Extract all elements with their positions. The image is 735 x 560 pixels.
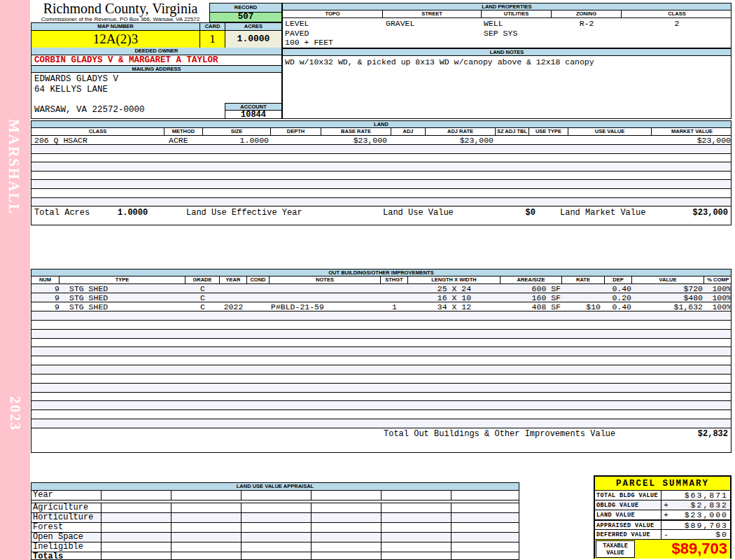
land-cell-adj xyxy=(391,136,426,144)
ob-empty-row xyxy=(31,365,731,374)
parcel-summary-row: TOTAL BLDG VALUE $63,871 xyxy=(595,491,730,500)
appraisal-cell xyxy=(382,533,451,542)
vendor-brand-vertical: MARSHALL xyxy=(5,119,22,215)
ob-empty-row xyxy=(31,330,731,339)
map-number-field: MAP NUMBER 12A(2)3 xyxy=(31,23,200,48)
ob-header-year: YEAR xyxy=(220,276,247,284)
land-properties-section: LAND PROPERTIES TOPO STREET UTILITIES ZO… xyxy=(282,3,732,48)
property-record-card: MARSHALL 2023 Richmond County, Virginia … xyxy=(0,0,735,560)
ps-op: - xyxy=(664,530,668,539)
ps-amount: $2,832 xyxy=(691,500,728,510)
appraisal-cell xyxy=(241,503,312,512)
appraisal-cell xyxy=(102,542,172,552)
acres-label: ACRES xyxy=(225,23,281,31)
appraisal-cell xyxy=(102,503,172,512)
out-building-row: 9 STG SHED C 25 X 24 600 SF 0.40 $720 10… xyxy=(31,284,731,293)
ob-cell-cond xyxy=(247,293,270,302)
appraisal-cell xyxy=(241,552,312,560)
land-header-method: METHOD xyxy=(164,128,203,135)
ob-cell-area: 408 SF xyxy=(500,302,562,311)
land-table-headers: CLASS METHOD SIZE DEPTH BASE RATE ADJ AD… xyxy=(31,128,731,136)
ob-cell-dep: 0.40 xyxy=(605,284,632,293)
appraisal-cell xyxy=(382,542,451,552)
land-cell-depth xyxy=(271,136,321,144)
street-value-1: GRAVEL xyxy=(383,19,482,29)
utilities-value-2: SEP SYS xyxy=(482,29,552,38)
ps-label-total-bldg: TOTAL BLDG VALUE xyxy=(595,491,662,500)
ob-cell-notes xyxy=(270,293,381,302)
ps-value-cell: + $2,832 xyxy=(662,500,730,510)
ob-cell-type: STG SHED xyxy=(59,284,186,293)
appraisal-cell xyxy=(312,523,382,532)
mailing-line-2: 64 KELLYS LANE xyxy=(34,85,281,95)
appraisal-row-ineligible: Ineligible xyxy=(31,542,519,552)
ob-cell-num: 9 xyxy=(31,302,59,311)
ob-cell-value: $720 xyxy=(632,284,704,293)
card-value: 1 xyxy=(200,31,225,48)
record-box: RECORD 507 xyxy=(209,3,282,22)
appraisal-label: Year xyxy=(31,491,102,500)
appraisal-label: Agriculture xyxy=(31,503,102,512)
ob-cell-year: 2022 xyxy=(220,302,247,311)
land-empty-row xyxy=(31,180,731,189)
appraisal-row-year: Year xyxy=(31,491,519,500)
appraisal-cell xyxy=(451,513,520,522)
appraisal-cell xyxy=(241,542,312,552)
ob-cell-year xyxy=(220,284,247,293)
ps-label-deferred: DEFERRED VALUE xyxy=(595,530,662,539)
land-header-market-value: MARKET VALUE xyxy=(652,128,732,135)
header-topo: TOPO xyxy=(283,10,383,18)
ob-cell-lxw: 34 X 12 xyxy=(408,302,500,311)
land-use-value-label: Land Use Value xyxy=(383,209,454,218)
card-field: CARD 1 xyxy=(200,23,225,48)
appraisal-cell xyxy=(102,491,172,500)
topo-value-3: 100 + FEET xyxy=(283,38,383,48)
out-buildings-total-row: Total Out Buildings & Other Improvements… xyxy=(31,428,731,441)
land-header-class: CLASS xyxy=(31,128,164,135)
utilities-value-1: WELL xyxy=(482,19,552,29)
header-street: STREET xyxy=(383,10,482,18)
ob-cell-lxw: 25 X 24 xyxy=(408,284,500,293)
ob-cell-dep: 0.40 xyxy=(605,302,632,311)
assessment-year-vertical: 2023 xyxy=(6,396,24,431)
ob-empty-row xyxy=(31,384,731,393)
parcel-summary-section: PARCEL SUMMARY TOTAL BLDG VALUE $63,871 … xyxy=(594,475,732,559)
land-table-title: LAND xyxy=(31,121,731,128)
ob-cell-grade: C xyxy=(186,293,220,302)
land-header-use-type: USE TYPE xyxy=(529,128,568,135)
land-properties-headers: TOPO STREET UTILITIES ZONING CLASS xyxy=(283,10,731,18)
ob-cell-rate xyxy=(562,284,605,293)
land-empty-row xyxy=(31,189,731,198)
ob-total-value: $2,832 xyxy=(698,430,728,439)
ob-header-notes: NOTES xyxy=(270,276,381,284)
ob-cell-grade: C xyxy=(186,284,220,293)
appraisal-cell xyxy=(312,542,382,552)
ps-label-appraised: APPRAISED VALUE xyxy=(595,521,662,530)
ps-op: + xyxy=(664,510,668,519)
taxable-value-row: TAXABLE VALUE $89,703 xyxy=(595,540,730,559)
appraisal-cell xyxy=(172,503,241,512)
ob-cell-type: STG SHED xyxy=(59,293,186,302)
acres-value: 1.0000 xyxy=(225,31,281,48)
appraisal-cell xyxy=(382,513,451,522)
land-header-depth: DEPTH xyxy=(271,128,321,135)
appraisal-label: Totals xyxy=(31,552,102,560)
ob-cell-value: $1,632 xyxy=(632,302,704,311)
ps-value-cell: $89,703 xyxy=(662,521,730,530)
ob-header-cond: COND xyxy=(247,276,270,284)
land-cell-base-rate: $23,000 xyxy=(321,136,391,144)
appraisal-cell xyxy=(312,513,382,522)
ob-header-num: NUM xyxy=(31,276,59,284)
ob-cell-rate xyxy=(562,293,605,302)
appraisal-cell xyxy=(172,491,241,500)
appraisal-cell xyxy=(451,523,520,532)
land-market-value-label: Land Market Value xyxy=(560,209,645,218)
appraisal-row-totals: Totals xyxy=(31,552,519,560)
land-cell-class: 206 Q HSACR xyxy=(31,136,164,144)
street-value-2 xyxy=(383,29,482,38)
land-cell-use-value xyxy=(568,136,652,144)
ob-cell-area: 160 SF xyxy=(500,293,562,302)
appraisal-cell xyxy=(451,552,520,560)
land-notes-title: LAND NOTES xyxy=(283,49,731,56)
appraisal-row-horticulture: Horticulture xyxy=(31,513,519,523)
